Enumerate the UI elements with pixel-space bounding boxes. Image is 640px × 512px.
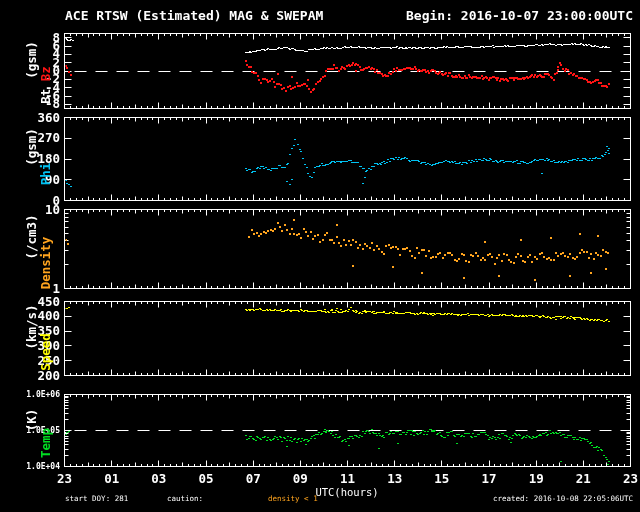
x-tick-label: 11 [340,473,355,486]
bt_bz-axis-label: Bt Bz [40,66,53,104]
speed-unit-label: (km/s) [26,305,39,350]
x-tick-label: 09 [293,473,308,486]
bt_bz-axis-label-part: Bz [38,66,53,81]
x-tick-label: 05 [198,473,213,486]
begin-timestamp: Begin: 2016-10-07 23:00:00UTC [406,9,633,22]
x-tick-label: 15 [434,473,449,486]
footer-created-timestamp: created: 2016-10-08 22:05:06UTC [493,495,633,503]
x-tick-label: 07 [246,473,261,486]
x-tick-label: 21 [576,473,591,486]
y-tick-label-speed: 200 [0,369,60,382]
density-axis-label: Density [40,237,53,290]
phi-axis-label-part: Phi [38,163,53,186]
footer-start-doy: start DOY: 281 [65,495,128,503]
x-axis-title: UTC(hours) [315,487,378,498]
x-tick-label: 03 [151,473,166,486]
bt_bz-axis-label-part: Bt [38,81,53,104]
temp-unit-label: (K) [26,408,39,431]
y-tick-label-temp: 1.0E+04 [0,463,60,471]
x-tick-label: 17 [481,473,496,486]
bt_bz-unit-label: (gsm) [26,41,39,79]
footer-caution-value: density < 1 [268,495,318,503]
x-tick-label: 13 [387,473,402,486]
temp-axis-label-part: Temp [38,428,53,458]
x-tick-label: 23 [623,473,638,486]
density-axis-label-part: Density [38,237,53,290]
phi-axis-label: Phi [40,163,53,186]
ace-rtsw-plot: ACE RTSW (Estimated) MAG & SWEPAM Begin:… [0,0,640,512]
y-tick-label-phi: 360 [0,111,60,124]
plot-title: ACE RTSW (Estimated) MAG & SWEPAM [65,9,323,22]
density-unit-label: (/cm3) [26,215,39,260]
x-tick-label: 19 [529,473,544,486]
temp-axis-label: Temp [40,428,53,458]
speed-axis-label: Speed [40,333,53,371]
x-tick-label: 01 [104,473,119,486]
phi-unit-label: (gsm) [26,128,39,166]
y-tick-label-temp: 1.0E+06 [0,391,60,399]
speed-axis-label-part: Speed [38,333,53,371]
plot-canvas [0,0,640,512]
x-tick-label: 23 [57,473,72,486]
footer-caution-label: caution: [167,495,203,503]
